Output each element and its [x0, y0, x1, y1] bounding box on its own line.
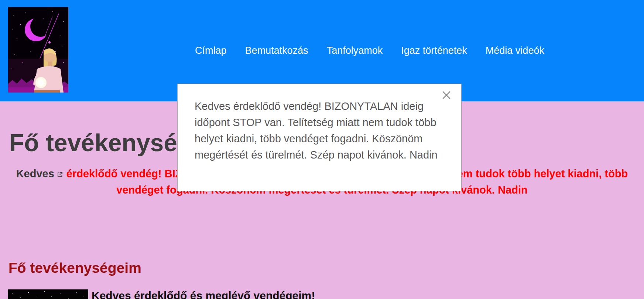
bottom-lead-text: Kedves érdeklődő és meglévő vendégeim!	[92, 289, 315, 299]
starfield-image	[8, 289, 88, 299]
nav-item-tanfolyamok[interactable]: Tanfolyamok	[327, 46, 383, 56]
site-logo[interactable]	[8, 7, 68, 93]
notice-link[interactable]: Kedves	[16, 168, 54, 180]
announcement-modal: Kedves érdeklődő vendég! BIZONYTALAN ide…	[177, 84, 462, 191]
crystal-ball-psychic-moon-logo-icon	[8, 7, 68, 93]
external-link-icon[interactable]	[57, 166, 63, 182]
modal-message: Kedves érdeklődő vendég! BIZONYTALAN ide…	[178, 84, 461, 163]
nav-item-cimlap[interactable]: Címlap	[195, 46, 227, 56]
nav-item-bemutatkozas[interactable]: Bemutatkozás	[245, 46, 308, 56]
nav-item-igaz-tortenetek[interactable]: Igaz történetek	[401, 46, 467, 56]
nav-item-media-videok[interactable]: Média videók	[486, 46, 544, 56]
section-title-fo-tevekenysegeim: Fő tevékenységeim	[8, 260, 141, 276]
close-icon[interactable]	[441, 89, 452, 101]
night-sky-starfield-icon	[8, 289, 88, 299]
